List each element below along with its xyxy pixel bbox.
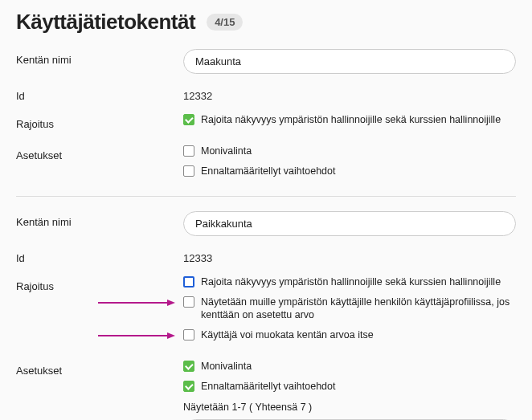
label-settings: Asetukset <box>16 145 183 161</box>
field2-showothers-label: Näytetään muille ympäristön käyttäjille … <box>201 296 516 323</box>
field2-predef-label: Ennaltamääritellyt vaihtoehdot <box>201 380 335 393</box>
field2-useredit-label: Käyttäjä voi muokata kentän arvoa itse <box>201 328 374 342</box>
label-id: Id <box>16 85 183 102</box>
field1-predef-label: Ennaltamääritellyt vaihtoehdot <box>201 165 335 178</box>
field1-predef-checkbox[interactable] <box>183 165 194 177</box>
svg-marker-1 <box>167 300 175 306</box>
label-settings-2: Asetukset <box>16 360 183 377</box>
arrow-icon <box>98 299 175 307</box>
field2-multi-label: Monivalinta <box>201 360 252 373</box>
counter-badge: 4/15 <box>207 14 243 31</box>
field1-multi-checkbox[interactable] <box>183 145 194 157</box>
field2-useredit-checkbox[interactable] <box>183 329 194 340</box>
field1-restrict-label: Rajoita näkyvyys ympäristön hallinnoijil… <box>201 113 501 127</box>
label-field-name: Kentän nimi <box>16 49 183 66</box>
label-field-name-2: Kentän nimi <box>16 211 183 228</box>
field2-restrict-label: Rajoita näkyvyys ympäristön hallinnoijil… <box>201 275 501 289</box>
field-group-2: Kentän nimi Id 12333 Rajoitus Rajoita nä… <box>16 211 516 420</box>
page-title: Käyttäjätietokentät <box>16 10 195 35</box>
svg-marker-3 <box>167 332 175 339</box>
field2-restrict-checkbox[interactable] <box>183 276 194 287</box>
field2-multi-checkbox[interactable] <box>183 361 194 372</box>
field2-predef-checkbox[interactable] <box>183 381 194 392</box>
field1-restrict-checkbox[interactable] <box>183 114 194 125</box>
field2-id-value: 12333 <box>183 247 516 264</box>
label-id-2: Id <box>16 247 183 264</box>
page-header: Käyttäjätietokentät 4/15 <box>16 10 516 35</box>
arrow-icon <box>98 332 175 340</box>
label-restriction: Rajoitus <box>16 113 183 130</box>
field1-multi-label: Monivalinta <box>201 145 252 158</box>
divider <box>16 196 516 197</box>
field1-name-input[interactable] <box>183 49 516 74</box>
field2-showothers-checkbox[interactable] <box>183 296 194 308</box>
label-restriction-2: Rajoitus <box>16 275 183 292</box>
options-count: Näytetään 1-7 ( Yhteensä 7 ) <box>183 402 516 413</box>
field-group-1: Kentän nimi Id 12332 Rajoitus Rajoita nä… <box>16 49 516 185</box>
field2-name-input[interactable] <box>183 211 516 236</box>
field1-id-value: 12332 <box>183 85 516 102</box>
